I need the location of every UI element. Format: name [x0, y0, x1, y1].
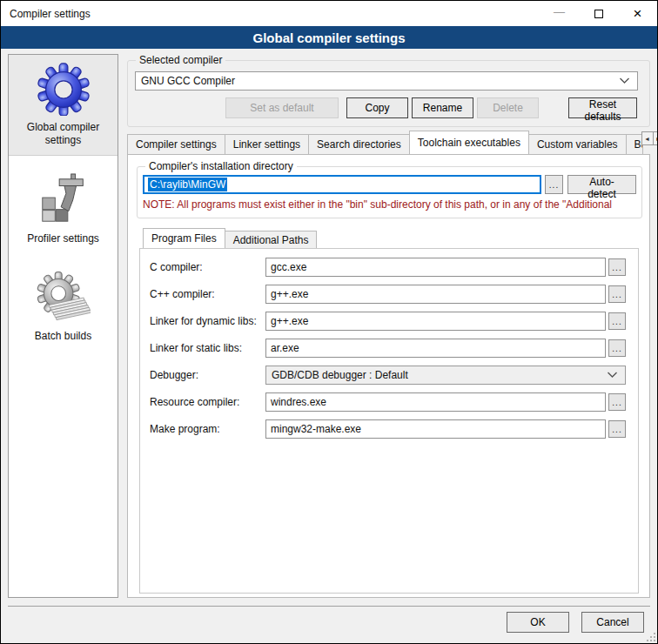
- tab-compiler-settings[interactable]: Compiler settings: [127, 134, 225, 154]
- caliper-icon: [37, 173, 91, 227]
- cpp-compiler-input[interactable]: g++.exe: [265, 285, 606, 304]
- tab-build-options[interactable]: Build: [626, 134, 643, 154]
- tab-toolchain-executables[interactable]: Toolchain executables: [409, 131, 529, 154]
- copy-button[interactable]: Copy: [346, 97, 408, 118]
- ok-button[interactable]: OK: [507, 612, 569, 633]
- program-files-page: C compiler: gcc.exe ... C++ compiler: g+…: [139, 248, 639, 594]
- make-program-input[interactable]: mingw32-make.exe: [265, 419, 606, 439]
- auto-detect-button[interactable]: Auto-detect: [567, 175, 636, 194]
- compiler-select[interactable]: GNU GCC Compiler: [135, 71, 638, 91]
- tab-scroll-left-icon[interactable]: ◄: [641, 131, 654, 145]
- cpp-compiler-value: g++.exe: [271, 288, 308, 300]
- selected-compiler-legend: Selected compiler: [136, 54, 225, 66]
- set-as-default-button[interactable]: Set as default: [225, 97, 339, 118]
- make-program-value: mingw32-make.exe: [271, 423, 361, 435]
- debugger-label: Debugger:: [150, 369, 265, 381]
- field-row: Resource compiler: windres.exe ...: [150, 392, 626, 412]
- tab-linker-settings[interactable]: Linker settings: [225, 134, 309, 154]
- gray-gear-papers-icon: [37, 271, 91, 325]
- c-compiler-browse-button[interactable]: ...: [608, 258, 626, 276]
- compiler-select-value: GNU GCC Compiler: [141, 75, 235, 87]
- cpp-compiler-label: C++ compiler:: [150, 288, 265, 300]
- static-linker-label: Linker for static libs:: [150, 342, 265, 354]
- close-icon: ×: [634, 6, 642, 21]
- toolchain-executables-panel: Compiler's installation directory C:\ray…: [127, 154, 650, 598]
- dynamic-linker-input[interactable]: g++.exe: [265, 312, 606, 331]
- tab-scroll-right-icon[interactable]: ►: [653, 131, 657, 145]
- sidebar-item-label: Global compiler settings: [11, 121, 115, 147]
- delete-button[interactable]: Delete: [477, 97, 539, 118]
- tab-scroll-arrows: ◄ ►: [642, 131, 657, 145]
- c-compiler-input[interactable]: gcc.exe: [265, 258, 606, 277]
- browse-directory-button[interactable]: ...: [545, 175, 563, 194]
- static-linker-input[interactable]: ar.exe: [265, 339, 606, 358]
- dynamic-linker-browse-button[interactable]: ...: [608, 312, 626, 330]
- minimize-button[interactable]: —: [540, 1, 579, 26]
- chevron-down-icon: [607, 372, 618, 379]
- minimize-icon: —: [554, 5, 565, 18]
- resource-compiler-input[interactable]: windres.exe: [265, 392, 606, 412]
- installation-directory-row: C:\raylib\MinGW ... Auto-detect: [143, 175, 636, 194]
- debugger-select[interactable]: GDB/CDB debugger : Default: [265, 366, 626, 385]
- resource-compiler-browse-button[interactable]: ...: [608, 393, 626, 411]
- field-row: Linker for static libs: ar.exe ...: [150, 339, 626, 358]
- note-text: NOTE: All programs must exist either in …: [143, 198, 636, 211]
- debugger-value: GDB/CDB debugger : Default: [272, 369, 408, 381]
- maximize-button[interactable]: [579, 1, 618, 26]
- sidebar-item-label: Profiler settings: [27, 232, 99, 245]
- resize-grip[interactable]: [647, 633, 655, 641]
- maximize-icon: [594, 10, 603, 18]
- c-compiler-value: gcc.exe: [271, 261, 306, 273]
- installation-directory-legend: Compiler's installation directory: [145, 160, 297, 172]
- selected-compiler-group: Selected compiler GNU GCC Compiler Set a…: [127, 60, 650, 127]
- cancel-button[interactable]: Cancel: [581, 612, 644, 633]
- cpp-compiler-browse-button[interactable]: ...: [608, 285, 626, 303]
- compiler-settings-window: Compiler settings — × Global compiler se…: [0, 0, 658, 644]
- resource-compiler-label: Resource compiler:: [150, 396, 265, 408]
- window-title: Compiler settings: [1, 8, 91, 20]
- installation-directory-input[interactable]: C:\raylib\MinGW: [143, 175, 541, 194]
- tab-custom-variables[interactable]: Custom variables: [528, 134, 627, 154]
- field-row: Make program: mingw32-make.exe ...: [150, 419, 626, 439]
- static-linker-browse-button[interactable]: ...: [608, 339, 626, 357]
- sidebar-item-global-compiler-settings[interactable]: Global compiler settings: [9, 55, 118, 156]
- close-button[interactable]: ×: [618, 1, 657, 26]
- blue-gear-icon: [37, 62, 91, 116]
- sidebar-item-label: Batch builds: [35, 330, 91, 343]
- titlebar: Compiler settings — ×: [1, 1, 657, 26]
- field-row: Linker for dynamic libs: g++.exe ...: [150, 312, 626, 331]
- tab-program-files[interactable]: Program Files: [143, 228, 225, 248]
- chevron-down-icon: [619, 77, 630, 84]
- resource-compiler-value: windres.exe: [271, 396, 326, 408]
- rename-button[interactable]: Rename: [412, 97, 473, 118]
- make-program-label: Make program:: [150, 423, 265, 435]
- dialog-body: Global compiler settings Profiler set: [1, 49, 657, 606]
- dynamic-linker-value: g++.exe: [271, 315, 308, 327]
- field-row: C compiler: gcc.exe ...: [150, 258, 626, 277]
- main-panel: Selected compiler GNU GCC Compiler Set a…: [127, 54, 650, 606]
- tab-additional-paths[interactable]: Additional Paths: [225, 231, 318, 248]
- make-program-browse-button[interactable]: ...: [608, 420, 626, 438]
- c-compiler-label: C compiler:: [150, 261, 265, 273]
- static-linker-value: ar.exe: [271, 342, 299, 354]
- field-row: Debugger: GDB/CDB debugger : Default: [150, 366, 626, 385]
- dialog-header-title: Global compiler settings: [252, 30, 405, 45]
- window-controls: — ×: [540, 1, 657, 26]
- sidebar-item-profiler-settings[interactable]: Profiler settings: [9, 166, 118, 253]
- sidebar-item-batch-builds[interactable]: Batch builds: [9, 264, 118, 351]
- installation-directory-group: Compiler's installation directory C:\ray…: [137, 166, 642, 218]
- tab-search-directories[interactable]: Search directories: [308, 134, 410, 154]
- programs-tabstrip: Program Files Additional Paths: [143, 228, 639, 248]
- reset-defaults-button[interactable]: Reset defaults: [568, 97, 637, 118]
- dialog-footer: OK Cancel: [8, 606, 650, 643]
- dynamic-linker-label: Linker for dynamic libs:: [150, 315, 265, 327]
- installation-directory-value: C:\raylib\MinGW: [148, 178, 227, 191]
- field-row: C++ compiler: g++.exe ...: [150, 285, 626, 304]
- settings-tabstrip: Compiler settings Linker settings Search…: [127, 131, 650, 154]
- category-list: Global compiler settings Profiler set: [8, 54, 118, 598]
- compiler-buttons-row: Set as default Copy Rename Delete Reset …: [135, 97, 638, 118]
- dialog-header: Global compiler settings: [1, 26, 657, 49]
